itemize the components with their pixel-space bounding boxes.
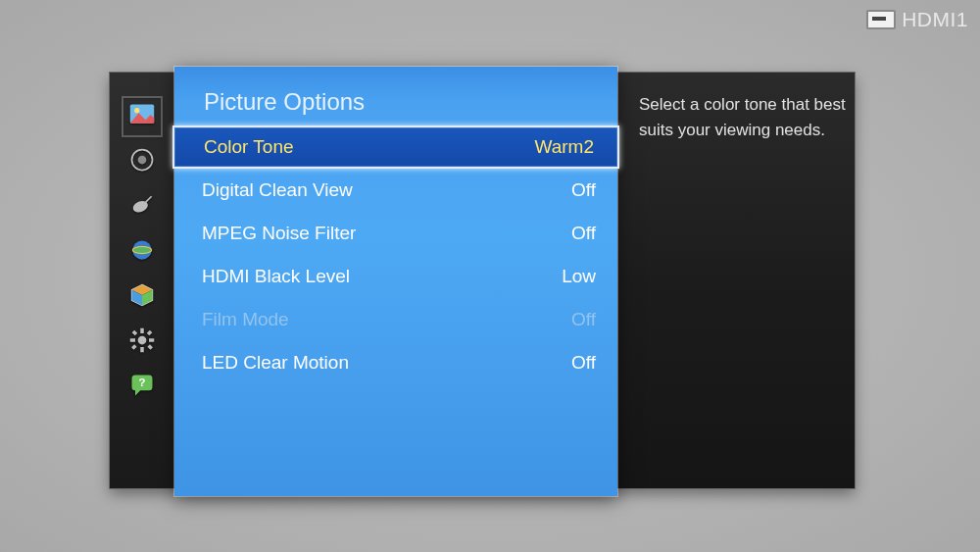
menu-row-mpeg-noise-filter[interactable]: MPEG Noise FilterOff: [174, 212, 617, 255]
svg-rect-18: [147, 344, 153, 350]
gear-icon: [128, 326, 156, 358]
svg-line-5: [145, 196, 152, 203]
menu-row-led-clear-motion[interactable]: LED Clear MotionOff: [174, 341, 617, 384]
menu-row-label: HDMI Black Level: [202, 266, 350, 287]
support-icon: ?: [128, 372, 156, 403]
svg-rect-20: [131, 344, 137, 350]
menu-row-value: Low: [562, 266, 596, 287]
input-source-label: HDMI1: [902, 8, 968, 31]
svg-point-3: [138, 156, 147, 165]
menu-row-digital-clean-view[interactable]: Digital Clean ViewOff: [174, 169, 617, 212]
menu-row-film-mode: Film ModeOff: [174, 298, 617, 341]
satellite-icon: [128, 191, 156, 223]
svg-text:?: ?: [139, 376, 146, 388]
sidebar-item-smart[interactable]: [125, 280, 159, 314]
options-panel: Picture Options Color ToneWarm2Digital C…: [174, 67, 617, 496]
globe-icon: [128, 236, 156, 268]
menu-list: Color ToneWarm2Digital Clean ViewOffMPEG…: [174, 125, 617, 384]
sidebar-item-sound[interactable]: [125, 145, 159, 178]
picture-icon: [128, 101, 156, 132]
sidebar-item-picture[interactable]: [125, 100, 159, 133]
sidebar-item-network[interactable]: [125, 235, 159, 269]
menu-row-label: Film Mode: [202, 309, 289, 330]
menu-row-hdmi-black-level[interactable]: HDMI Black LevelLow: [174, 255, 617, 298]
menu-row-value: Off: [571, 352, 596, 374]
menu-row-value: Off: [571, 309, 596, 330]
menu-row-label: LED Clear Motion: [202, 352, 349, 374]
menu-row-label: MPEG Noise Filter: [202, 223, 356, 244]
sidebar-item-broadcast[interactable]: [125, 190, 159, 224]
cube-icon: [128, 281, 156, 313]
speaker-icon: [128, 146, 156, 177]
svg-rect-16: [149, 338, 154, 342]
menu-row-value: Off: [571, 223, 596, 244]
svg-rect-14: [140, 347, 144, 352]
category-sidebar: ?: [110, 73, 174, 488]
svg-rect-17: [132, 330, 138, 336]
panel-title: Picture Options: [174, 67, 617, 125]
sidebar-item-system[interactable]: [125, 326, 159, 359]
input-source-badge: HDMI1: [866, 8, 968, 31]
svg-rect-13: [140, 328, 144, 333]
osd-window: ? Picture Options Color ToneWarm2Digital…: [110, 73, 855, 488]
svg-rect-15: [130, 338, 135, 342]
menu-row-value: Off: [571, 179, 596, 201]
menu-row-value: Warm2: [534, 136, 594, 158]
help-description: Select a color tone that best suits your…: [639, 92, 847, 142]
svg-point-12: [138, 336, 147, 345]
sidebar-item-support[interactable]: ?: [125, 371, 159, 404]
hdmi-port-icon: [866, 10, 896, 29]
menu-row-label: Color Tone: [204, 136, 294, 158]
menu-row-label: Digital Clean View: [202, 179, 353, 201]
menu-row-color-tone[interactable]: Color ToneWarm2: [172, 125, 619, 169]
svg-rect-19: [147, 330, 153, 336]
svg-point-1: [134, 108, 139, 113]
